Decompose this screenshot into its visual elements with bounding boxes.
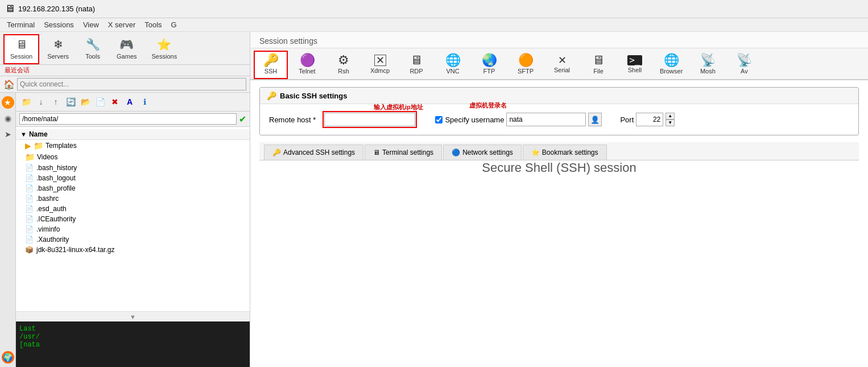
servers-btn[interactable]: ❄ Servers: [40, 34, 76, 64]
tab-advanced-label: Advanced SSH settings: [283, 149, 355, 156]
proto-ssh-btn[interactable]: 🔑 SSH: [254, 51, 288, 79]
left-content: ★ ◉ ➤ 🌍 📁 ↓ ↑ 🔄 📂 📄 ✖ A ℹ: [0, 93, 250, 367]
games-label: Games: [117, 53, 137, 60]
menu-g[interactable]: G: [167, 19, 181, 30]
terminal-line-2: /usr/: [19, 333, 246, 341]
specify-username-checkbox[interactable]: [435, 116, 443, 123]
toolbar-folder-btn[interactable]: 📁: [19, 95, 33, 109]
username-input[interactable]: [506, 113, 586, 126]
tab-content-area: Secure Shell (SSH) session: [259, 160, 859, 175]
tab-bookmark-icon: ⭐: [531, 149, 540, 156]
rdp-icon: 🖥: [410, 54, 423, 67]
proto-rsh-btn[interactable]: ⚙ Rsh: [326, 51, 361, 79]
menu-xserver[interactable]: X server: [104, 19, 140, 30]
terminal-line-1: Last: [19, 325, 246, 333]
list-item[interactable]: 📁 Videos: [16, 151, 250, 163]
list-item[interactable]: 📄 .esd_auth: [16, 204, 250, 214]
list-item[interactable]: 📄 .bash_history: [16, 163, 250, 173]
menu-tools[interactable]: Tools: [140, 19, 166, 30]
toolbar-newfolder-btn[interactable]: 📂: [78, 95, 92, 109]
quick-connect-input[interactable]: [17, 78, 246, 90]
folder-icon: 📁: [25, 152, 35, 162]
proto-telnet-btn[interactable]: 🟣 Telnet: [290, 51, 324, 79]
tab-bookmark-label: Bookmark settings: [542, 149, 598, 156]
port-input[interactable]: [636, 113, 663, 126]
proto-rdp-label: RDP: [410, 68, 423, 75]
proto-shell-btn[interactable]: >_ Shell: [618, 51, 652, 79]
port-down-btn[interactable]: ▼: [666, 119, 675, 126]
toolbar-text-btn[interactable]: A: [123, 95, 137, 109]
menu-terminal[interactable]: Terminal: [2, 19, 39, 30]
left-protocol-bar: 🖥 Session ❄ Servers 🔧 Tools 🎮 Games ⭐ Se…: [0, 32, 250, 65]
file-icon: 📄: [25, 195, 34, 203]
av-icon: 📡: [737, 54, 752, 67]
sessions-icon: ⭐: [157, 38, 171, 51]
toolbar-download-btn[interactable]: ↓: [34, 95, 48, 109]
home-icon: 🏠: [3, 79, 15, 90]
proto-av-label: Av: [741, 68, 748, 75]
proto-vnc-btn[interactable]: 🌐 VNC: [436, 51, 470, 79]
list-item[interactable]: ▶ 📁 Templates: [16, 140, 250, 151]
item-name: .viminfo: [36, 225, 60, 233]
user-icon-btn[interactable]: 👤: [588, 113, 602, 126]
sessions-btn[interactable]: ⭐ Sessions: [145, 34, 184, 64]
secure-shell-text: Secure Shell (SSH) session: [482, 160, 636, 175]
panel2-side-icon[interactable]: ◉: [2, 112, 14, 125]
proto-browser-btn[interactable]: 🌐 Browser: [654, 51, 688, 79]
scroll-down-btn[interactable]: ▼: [16, 311, 250, 321]
list-item[interactable]: 📄 .viminfo: [16, 224, 250, 234]
tab-network-settings[interactable]: 🔵 Network settings: [443, 145, 522, 160]
ftp-icon: 🌏: [482, 54, 497, 67]
file-icon: 📄: [25, 225, 34, 233]
proto-mosh-btn[interactable]: 📡 Mosh: [691, 51, 725, 79]
proto-ftp-btn[interactable]: 🌏 FTP: [472, 51, 506, 79]
proto-file-btn[interactable]: 🖥 File: [581, 51, 615, 79]
proto-serial-btn[interactable]: ✕ Serial: [545, 51, 579, 79]
proto-rdp-btn[interactable]: 🖥 RDP: [399, 51, 433, 79]
toolbar-newfile-btn[interactable]: 📄: [93, 95, 107, 109]
list-item[interactable]: 📄 .bash_profile: [16, 183, 250, 193]
vnc-icon: 🌐: [445, 54, 461, 67]
file-icon: 📄: [25, 184, 34, 192]
proto-vnc-label: VNC: [446, 68, 459, 75]
list-item[interactable]: 📄 .bashrc: [16, 193, 250, 204]
planet-side-icon[interactable]: 🌍: [2, 351, 14, 364]
proto-sftp-btn[interactable]: 🟠 SFTP: [509, 51, 543, 79]
games-icon: 🎮: [119, 38, 134, 51]
folder-icon2: 📁: [34, 141, 43, 150]
path-input[interactable]: [19, 113, 237, 125]
toolbar-upload-btn[interactable]: ↑: [49, 95, 63, 109]
tab-bookmark-settings[interactable]: ⭐ Bookmark settings: [523, 145, 607, 160]
remote-host-input[interactable]: [324, 113, 415, 126]
tab-advanced-ssh[interactable]: 🔑 Advanced SSH settings: [264, 145, 363, 160]
list-item[interactable]: 📄 .bash_logout: [16, 173, 250, 183]
path-confirm-btn[interactable]: ✔: [239, 114, 246, 125]
menu-sessions[interactable]: Sessions: [39, 19, 78, 30]
rsh-icon: ⚙: [338, 54, 349, 67]
proto-browser-label: Browser: [660, 68, 683, 75]
tab-terminal-settings[interactable]: 🖥 Terminal settings: [365, 145, 442, 160]
right-panel: Session settings 🔑 SSH 🟣 Telnet ⚙ Rsh ✕ …: [250, 32, 868, 367]
list-item[interactable]: 📄 .Xauthority: [16, 234, 250, 245]
file-tree-toolbar: 📁 ↓ ↑ 🔄 📂 📄 ✖ A ℹ: [16, 93, 250, 112]
toolbar-delete-btn[interactable]: ✖: [108, 95, 122, 109]
toolbar-info-btn[interactable]: ℹ: [138, 95, 151, 109]
title-text: 192.168.220.135 (nata): [18, 5, 95, 13]
session-btn[interactable]: 🖥 Session: [3, 34, 39, 64]
proto-xdmcp-btn[interactable]: ✕ Xdmcp: [363, 51, 397, 79]
protocol-toolbar: 🔑 SSH 🟣 Telnet ⚙ Rsh ✕ Xdmcp 🖥 RDP 🌐 V: [250, 48, 868, 80]
tools-label: Tools: [85, 53, 100, 60]
bookmark-side-icon[interactable]: ★: [2, 96, 14, 109]
games-btn[interactable]: 🎮 Games: [110, 34, 143, 64]
tree-col-header: ▼ Name: [16, 129, 250, 140]
session-label: Session: [10, 53, 32, 60]
tools-btn[interactable]: 🔧 Tools: [77, 34, 109, 64]
port-up-btn[interactable]: ▲: [666, 113, 675, 119]
arrow-side-icon[interactable]: ➤: [2, 128, 14, 141]
list-item[interactable]: 📄 .ICEauthority: [16, 214, 250, 224]
list-item[interactable]: 📦 jdk-8u321-linux-x64.tar.gz: [16, 245, 250, 255]
proto-av-btn[interactable]: 📡 Av: [727, 51, 761, 79]
menu-view[interactable]: View: [78, 19, 104, 30]
terminal-area: Last /usr/ [nata: [16, 321, 250, 367]
toolbar-refresh-btn[interactable]: 🔄: [64, 95, 77, 109]
